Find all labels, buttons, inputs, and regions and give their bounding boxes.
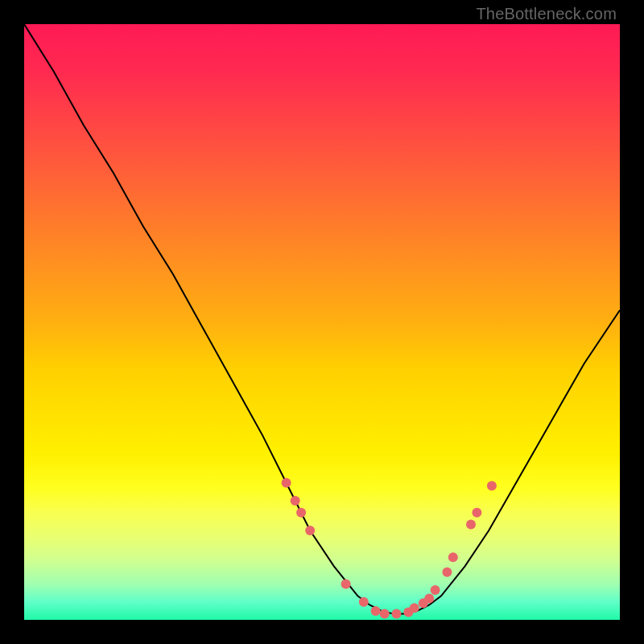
data-marker — [487, 481, 497, 491]
watermark-text: TheBottleneck.com — [476, 5, 617, 23]
data-marker — [466, 520, 476, 530]
data-marker — [431, 585, 440, 595]
data-marker — [424, 593, 434, 603]
bottleneck-curve — [24, 24, 620, 614]
data-marker — [442, 568, 452, 577]
data-marker — [341, 580, 351, 589]
data-marker — [380, 609, 390, 619]
data-marker — [448, 552, 458, 562]
data-marker — [371, 606, 381, 616]
markers-group — [282, 478, 497, 619]
plot-area — [24, 24, 620, 620]
data-marker — [296, 508, 306, 518]
data-marker — [282, 478, 291, 488]
data-marker — [472, 508, 481, 518]
chart-svg — [24, 24, 620, 620]
data-marker — [291, 496, 300, 506]
data-marker — [305, 526, 315, 535]
data-marker — [410, 603, 419, 613]
data-marker — [392, 609, 402, 619]
data-marker — [359, 597, 369, 607]
